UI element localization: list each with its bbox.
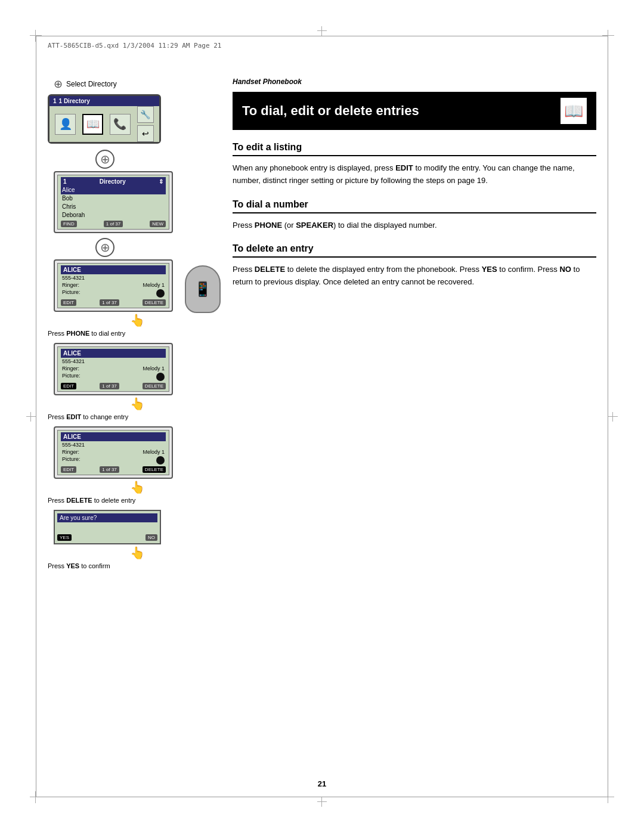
screen3-name: ALICE — [61, 265, 166, 274]
screen5-picture-label: Picture: — [62, 456, 80, 465]
softkey-new: NEW — [150, 221, 166, 227]
section-dial-heading: To dial a number — [233, 199, 596, 213]
screen5-ringer-val: Melody 1 — [143, 449, 165, 455]
reg-mark-right — [607, 411, 619, 423]
page-border-left — [36, 36, 36, 797]
softkey-edit3: EDIT — [61, 466, 76, 473]
phone-handset-image: 📱 — [185, 265, 221, 313]
softkey-delete2: DELETE — [143, 383, 166, 389]
icon-group-right: 🔧 ↩ — [137, 106, 154, 142]
screen3-softkeys: EDIT 1 of 37 DELETE — [61, 299, 166, 306]
screen3-num-val: 555-4321 — [62, 275, 85, 281]
screen1-header: 1 1 Directory — [49, 96, 159, 106]
hand-cursor-4: 👆 — [66, 546, 209, 560]
screen3-ringer-label: Ringer: — [62, 282, 79, 288]
title-book-icon: 📖 — [561, 98, 587, 124]
screen4-picture-val — [156, 373, 165, 381]
reg-mark-bottom — [316, 796, 328, 808]
screen1-label: 1 Directory — [59, 98, 90, 104]
screen2-deborah: Deborah — [61, 211, 166, 219]
screen2-header: 1 Directory ⇕ — [61, 177, 166, 186]
screen4-picture-label: Picture: — [62, 373, 80, 381]
softkey-yes: YES — [57, 534, 72, 541]
first-phone-container: 1 1 Directory 👤 📖 📞 🔧 ↩ — [48, 94, 167, 144]
section-delete-heading: To delete an entry — [233, 243, 596, 258]
section-edit-heading: To edit a listing — [233, 142, 596, 156]
softkey-count2: 1 of 37 — [100, 299, 119, 306]
screen2-arrow: ⇕ — [159, 178, 163, 185]
are-you-sure-question: Are you sure? — [57, 513, 157, 522]
softkey-delete: DELETE — [143, 299, 166, 306]
screen2-inner: 1 Directory ⇕ Alice Bob Chris Deborah FI… — [57, 175, 169, 230]
screen2-title: Directory — [100, 178, 126, 185]
screen1-number: 1 — [53, 98, 57, 104]
section-delete-body: Press DELETE to delete the displayed ent… — [233, 264, 596, 289]
section-dial-body: Press PHONE (or SPEAKER) to dial the dis… — [233, 219, 596, 232]
icon-refresh: ↩ — [137, 125, 154, 142]
softkey-count3: 1 of 37 — [100, 383, 119, 389]
screen5-picture-val — [156, 456, 165, 465]
softkey-count4: 1 of 37 — [100, 466, 119, 473]
softkey-edit2: EDIT — [61, 383, 76, 389]
screen5-ringer: Ringer: Melody 1 — [61, 448, 166, 456]
screen4-softkeys: EDIT 1 of 37 DELETE — [61, 383, 166, 389]
caption-delete: Press DELETE to delete entry — [48, 497, 209, 504]
screen3-picture-label: Picture: — [62, 289, 80, 298]
screen2: 1 Directory ⇕ Alice Bob Chris Deborah FI… — [54, 171, 173, 233]
page-title-text: To dial, edit or delete entries — [242, 103, 419, 119]
screen4-ringer-val: Melody 1 — [143, 366, 165, 371]
screen2-softkeys: FIND 1 of 37 NEW — [61, 221, 166, 227]
icon-phone: 📞 — [110, 114, 131, 135]
screen4-picture: Picture: — [61, 372, 166, 382]
page-border-right — [608, 36, 608, 797]
icon-settings: 🔧 — [137, 106, 154, 123]
screen3-number: 555-4321 — [61, 274, 166, 281]
screen3-inner: ALICE 555-4321 Ringer: Melody 1 Picture:… — [57, 263, 169, 308]
hand-cursor-3: 👆 — [66, 480, 209, 494]
icon-book: 📖 — [82, 114, 103, 135]
screen5-softkeys: EDIT 1 of 37 DELETE — [61, 466, 166, 473]
screen3-ringer: Ringer: Melody 1 — [61, 281, 166, 289]
page-border-bottom — [36, 797, 608, 797]
nav-circle-2 — [95, 238, 114, 257]
screen4-number: 555-4321 — [61, 358, 166, 365]
hand-cursor-2: 👆 — [66, 397, 209, 411]
screen4-ringer-label: Ringer: — [62, 366, 79, 371]
icon-person: 👤 — [55, 114, 76, 135]
caption-phone: Press PHONE to dial entry — [48, 330, 209, 337]
caption-edit: Press EDIT to change entry — [48, 413, 209, 420]
page-number: 21 — [318, 779, 326, 788]
page-meta: ATT-5865CIB-d5.qxd 1/3/2004 11:29 AM Pag… — [48, 42, 221, 49]
screen2-bob: Bob — [61, 194, 166, 203]
screen4-ringer: Ringer: Melody 1 — [61, 365, 166, 372]
reg-mark-br — [599, 788, 617, 806]
screen4-num-val: 555-4321 — [62, 358, 85, 364]
hand-cursor-1: 👆 — [66, 313, 209, 327]
screen4-name: ALICE — [61, 349, 166, 358]
reg-mark-left — [25, 411, 37, 423]
page-title-banner: To dial, edit or delete entries 📖 — [233, 92, 596, 130]
select-label-text: Select Directory — [66, 80, 117, 88]
first-phone-screen: 1 1 Directory 👤 📖 📞 🔧 ↩ — [48, 94, 161, 144]
reg-mark-top — [316, 25, 328, 37]
right-column: Handset Phonebook To dial, edit or delet… — [233, 78, 596, 301]
are-you-sure-keys: YES NO — [57, 534, 157, 541]
screen3-ringer-val: Melody 1 — [143, 282, 165, 288]
softkey-count: 1 of 37 — [104, 221, 123, 227]
screen2-num: 1 — [63, 178, 67, 185]
nav-icon-1: ⊕ — [54, 78, 63, 91]
left-column: ⊕ Select Directory 1 1 Directory 👤 📖 📞 🔧… — [48, 78, 209, 575]
caption-yes: Press YES to confirm — [48, 562, 209, 569]
section-edit-body: When any phonebook entry is displayed, p… — [233, 162, 596, 187]
screen3: ALICE 555-4321 Ringer: Melody 1 Picture:… — [54, 259, 173, 312]
screen3-picture: Picture: — [61, 289, 166, 298]
softkey-delete3: DELETE — [143, 466, 166, 473]
screen2-chris: Chris — [61, 203, 166, 211]
screen5-name: ALICE — [61, 432, 166, 441]
screen4: ALICE 555-4321 Ringer: Melody 1 Picture:… — [54, 343, 173, 395]
screen5: ALICE 555-4321 Ringer: Melody 1 Picture:… — [54, 426, 173, 479]
page-border-top — [36, 36, 608, 36]
screen5-picture: Picture: — [61, 456, 166, 465]
softkey-no: NO — [145, 534, 157, 541]
select-directory-label: ⊕ Select Directory — [54, 78, 209, 91]
